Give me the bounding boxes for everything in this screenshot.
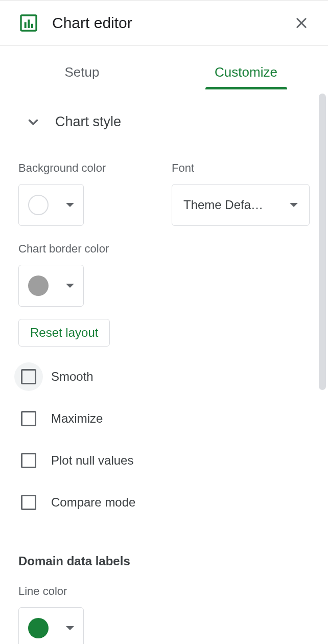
checkbox-compare-label: Compare mode <box>51 495 135 510</box>
close-icon <box>294 16 309 30</box>
border-color-select[interactable] <box>18 265 84 307</box>
line-color-label: Line color <box>18 585 310 598</box>
checkbox-icon <box>21 411 36 426</box>
group-domain-data-labels: Domain data labels <box>18 554 310 568</box>
checkbox-smooth[interactable]: Smooth <box>18 356 310 398</box>
chevron-down-icon <box>26 114 41 130</box>
bg-color-swatch <box>28 195 49 215</box>
caret-icon <box>66 284 74 288</box>
panel-body: Chart style Background color Font Theme … <box>0 89 328 631</box>
tab-customize[interactable]: Customize <box>164 54 328 89</box>
caret-icon <box>290 203 298 207</box>
line-color-swatch <box>28 618 49 638</box>
checkbox-plot-null[interactable]: Plot null values <box>18 440 310 481</box>
caret-icon <box>66 203 74 207</box>
checkbox-icon <box>21 369 36 384</box>
border-color-label: Chart border color <box>18 242 310 256</box>
close-button[interactable] <box>290 12 313 34</box>
checkbox-icon <box>21 495 36 510</box>
editor-header: Chart editor <box>0 1 328 46</box>
scrollbar[interactable] <box>319 94 326 390</box>
svg-rect-1 <box>25 22 27 28</box>
section-chart-style-header[interactable]: Chart style <box>18 89 310 135</box>
font-select[interactable]: Theme Defa… <box>172 184 310 226</box>
font-value: Theme Defa… <box>183 198 263 212</box>
bg-color-label: Background color <box>18 162 156 175</box>
caret-icon <box>66 626 74 630</box>
tabs: Setup Customize <box>0 54 328 89</box>
checkbox-plot-null-label: Plot null values <box>51 453 133 468</box>
svg-rect-2 <box>28 19 30 28</box>
section-chart-style-title: Chart style <box>55 114 121 130</box>
checkbox-icon <box>21 453 36 468</box>
chart-icon <box>18 13 39 33</box>
checkbox-maximize-label: Maximize <box>51 411 103 426</box>
font-label: Font <box>172 162 310 175</box>
checkbox-smooth-label: Smooth <box>51 370 93 384</box>
checkbox-compare[interactable]: Compare mode <box>18 481 310 523</box>
tab-setup[interactable]: Setup <box>0 54 164 89</box>
editor-title: Chart editor <box>52 14 290 32</box>
line-color-select[interactable] <box>18 607 84 644</box>
svg-rect-3 <box>31 24 33 28</box>
checkbox-maximize[interactable]: Maximize <box>18 398 310 440</box>
bg-color-select[interactable] <box>18 184 84 226</box>
border-color-swatch <box>28 275 49 296</box>
reset-layout-button[interactable]: Reset layout <box>18 319 110 347</box>
